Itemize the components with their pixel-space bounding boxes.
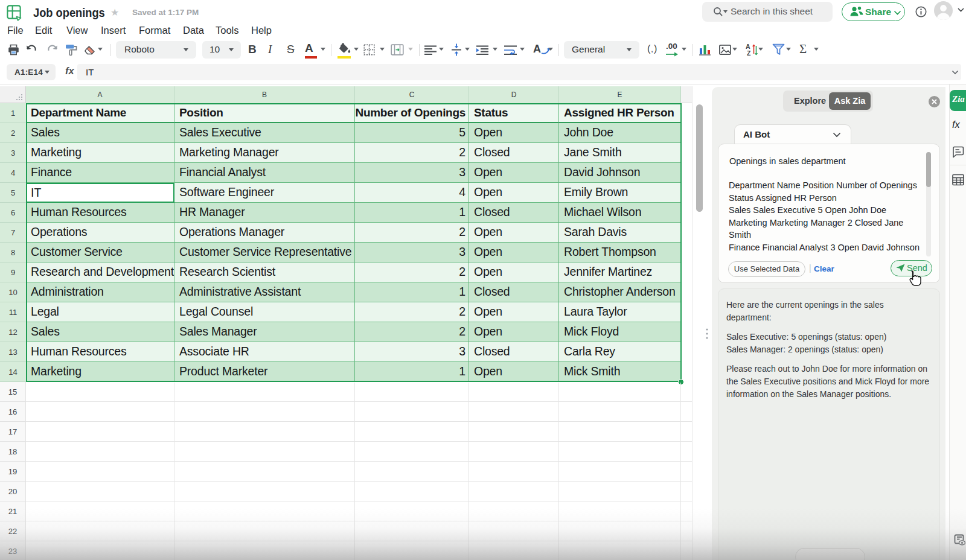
svg-text:Z: Z — [747, 49, 751, 56]
